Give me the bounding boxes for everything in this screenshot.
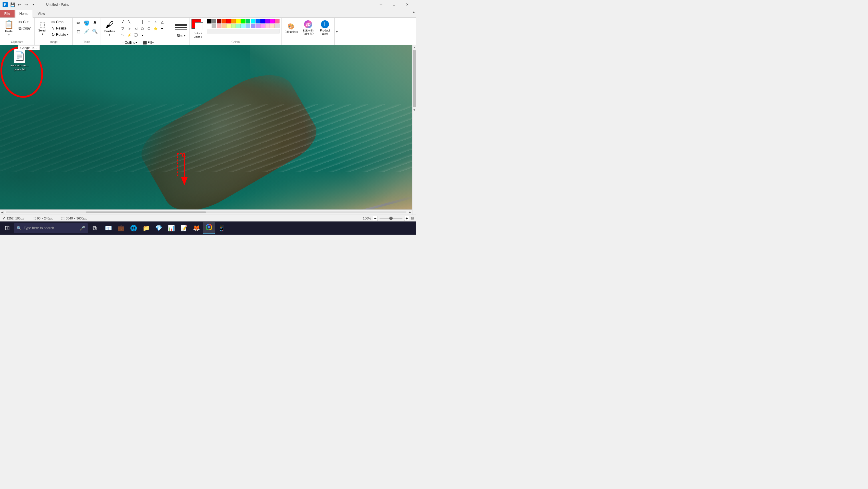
text-tool-button[interactable]: A: [91, 19, 99, 27]
zoom-in-button[interactable]: +: [404, 216, 409, 221]
tab-home[interactable]: Home: [15, 10, 33, 18]
shape-star[interactable]: ⭐: [152, 26, 159, 32]
swatch-empty[interactable]: [207, 29, 280, 33]
swatch-purple[interactable]: [265, 19, 270, 24]
zoom-slider[interactable]: [379, 218, 402, 219]
horizontal-scroll-track[interactable]: [6, 211, 406, 213]
rotate-button[interactable]: ↻ Rotate ▾: [50, 31, 71, 38]
swatch-lightyellow[interactable]: [226, 24, 231, 28]
shape-lightning[interactable]: ⚡: [126, 32, 132, 38]
swatch-black[interactable]: [207, 19, 212, 24]
cut-button[interactable]: ✂ Cut: [17, 19, 33, 25]
tab-file[interactable]: File: [0, 10, 14, 18]
outline-button[interactable]: ─ Outline ▾: [120, 39, 140, 46]
taskbar-app-firefox[interactable]: 🦊: [190, 222, 203, 234]
shape-arrow-left[interactable]: ◁: [133, 26, 139, 32]
swatch-periwinkle[interactable]: [251, 24, 255, 28]
swatch-teal[interactable]: [246, 19, 250, 24]
google-tab-label[interactable]: Google Ta...: [18, 45, 40, 50]
taskbar-app-outlook[interactable]: 📧: [102, 222, 114, 234]
pencil-tool-button[interactable]: ✏: [74, 19, 82, 27]
swatch-lightgreen[interactable]: [231, 24, 236, 28]
taskbar-app-word[interactable]: 📝: [178, 222, 190, 234]
taskbar-app-explorer[interactable]: 📁: [140, 222, 152, 234]
ribbon-collapse-button[interactable]: ▲: [411, 9, 416, 13]
desktop-icon-goals[interactable]: 📄 voocomme... goals.txt: [8, 49, 31, 71]
swatch-orange[interactable]: [231, 19, 236, 24]
quick-dropdown-button[interactable]: ▾: [30, 2, 36, 7]
shape-vline[interactable]: │: [139, 19, 146, 25]
shape-triangle-down[interactable]: ▽: [120, 26, 126, 32]
zoom-out-button[interactable]: −: [373, 216, 378, 221]
swatch-orangered[interactable]: [221, 19, 226, 24]
quick-redo-button[interactable]: ↪: [24, 2, 29, 7]
swatch-skin[interactable]: [270, 24, 275, 28]
swatch-blue[interactable]: [260, 19, 265, 24]
maximize-button[interactable]: □: [388, 0, 401, 9]
scroll-down-button[interactable]: ▼: [412, 108, 416, 112]
resize-button[interactable]: ⤡ Resize: [50, 25, 71, 31]
quick-undo-button[interactable]: ↩: [17, 2, 22, 7]
paste-button[interactable]: 📋 Paste ▾: [2, 19, 16, 37]
product-alert-button[interactable]: i Product alert: [317, 19, 333, 37]
eraser-tool-button[interactable]: ◻: [74, 27, 82, 35]
crop-button[interactable]: ✂ Crop: [50, 19, 71, 25]
swatch-darkred[interactable]: [217, 19, 221, 24]
shape-diagonal2[interactable]: ╲: [126, 19, 132, 25]
scroll-right-button[interactable]: ▶: [408, 210, 412, 214]
fill-button[interactable]: ⬛ Fill ▾: [141, 39, 156, 46]
taskbar-search-box[interactable]: 🔍 Type here to search 🎤: [14, 223, 88, 233]
shape-diagonal1[interactable]: ╱: [120, 19, 126, 25]
copy-button[interactable]: ⧉ Copy: [17, 25, 33, 31]
swatch-peach[interactable]: [221, 24, 226, 28]
edit-colors-button[interactable]: 🎨 Edit colors: [283, 19, 299, 37]
color-picker-tool-button[interactable]: 💉: [83, 27, 91, 35]
swatch-mintgreen[interactable]: [236, 24, 241, 28]
taskbar-app-chrome[interactable]: [203, 222, 215, 234]
start-button[interactable]: ⊞: [1, 222, 13, 234]
swatch-lightpink[interactable]: [217, 24, 221, 28]
swatch-white[interactable]: [207, 24, 212, 28]
swatch-yellow[interactable]: [236, 19, 241, 24]
shape-pentagon[interactable]: ⬠: [139, 26, 146, 32]
canvas-area[interactable]: Google Ta... 📄 voocomme... goals.txt: [0, 45, 416, 214]
color2-swatch[interactable]: [195, 22, 203, 30]
task-view-button[interactable]: ⧉: [89, 222, 101, 234]
swatch-lime[interactable]: [241, 19, 246, 24]
edit-with-paint3d-button[interactable]: 3D Edit with Paint 3D: [300, 19, 316, 37]
quick-save-button[interactable]: 💾: [10, 2, 16, 7]
shape-circle[interactable]: ○: [152, 19, 159, 25]
swatch-cornflowerblue[interactable]: [255, 19, 260, 24]
swatch-lavender[interactable]: [255, 24, 260, 28]
shape-line[interactable]: ─: [133, 19, 139, 25]
shape-cloud[interactable]: 💬: [133, 32, 139, 38]
swatch-lightblue[interactable]: [246, 24, 250, 28]
swatch-pink[interactable]: [275, 19, 280, 24]
taskbar-app-viber[interactable]: 📱: [216, 222, 227, 234]
microphone-icon[interactable]: 🎤: [80, 226, 85, 231]
ribbon-expand-button[interactable]: ▶: [334, 18, 339, 45]
shape-more[interactable]: ▾: [139, 32, 146, 38]
tab-view[interactable]: View: [33, 10, 50, 18]
shape-triangle-up[interactable]: △: [159, 19, 165, 25]
swatch-lightcyan[interactable]: [241, 24, 246, 28]
scroll-left-button[interactable]: ◀: [0, 210, 5, 214]
swatch-red[interactable]: [226, 19, 231, 24]
brushes-button[interactable]: 🖌 Brushes ▾: [103, 19, 116, 37]
fill-tool-button[interactable]: 🪣: [83, 19, 91, 27]
shape-rectangle[interactable]: □: [146, 19, 152, 25]
select-button[interactable]: ⬚ Select ▾: [36, 19, 48, 37]
magnifier-tool-button[interactable]: 🔍: [91, 27, 99, 35]
minimize-button[interactable]: ─: [374, 0, 388, 9]
zoom-slider-thumb[interactable]: [389, 217, 393, 220]
swatch-cyan[interactable]: [251, 19, 255, 24]
shape-arrow-right[interactable]: ▷: [126, 26, 132, 32]
swatch-lightgray[interactable]: [275, 24, 280, 28]
shape-hexagon[interactable]: ⬡: [146, 26, 152, 32]
scroll-thumb-vertical[interactable]: [413, 50, 416, 107]
swatch-silver[interactable]: [212, 24, 216, 28]
taskbar-app-excel[interactable]: 📊: [165, 222, 177, 234]
horizontal-scroll-thumb[interactable]: [86, 211, 206, 213]
taskbar-app-gem[interactable]: 💎: [153, 222, 165, 234]
close-button[interactable]: ✕: [401, 0, 414, 9]
